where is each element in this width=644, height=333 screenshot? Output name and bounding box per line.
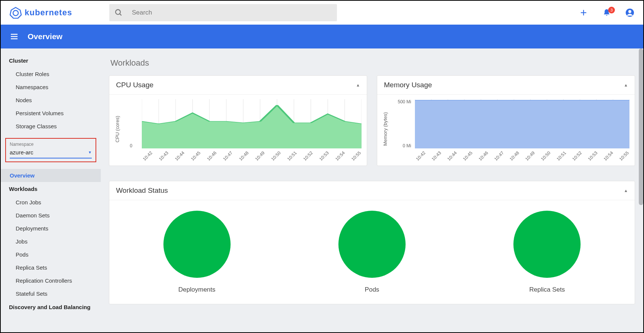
usage-charts-row: CPU Usage ▲ CPU (cores) 0 10:4210:4310:4…: [109, 75, 635, 166]
main-area: Cluster Cluster Roles Namespaces Nodes P…: [1, 48, 643, 332]
cpu-yticks: 0: [130, 99, 132, 148]
sidebar-item-persistent-volumes[interactable]: Persistent Volumes: [1, 107, 101, 120]
status-deployments-donut: [163, 211, 231, 278]
namespace-dropdown-value: azure-arc: [10, 149, 33, 155]
status-deployments-label: Deployments: [178, 286, 215, 293]
status-replica-sets: Replica Sets: [513, 211, 581, 293]
sidebar-item-deployments[interactable]: Deployments: [1, 222, 101, 235]
memory-chart-plot: [415, 99, 629, 148]
status-replica-sets-label: Replica Sets: [529, 286, 565, 293]
sidebar-item-jobs[interactable]: Jobs: [1, 235, 101, 248]
svg-point-2: [116, 10, 121, 15]
status-replica-sets-donut: [513, 211, 581, 278]
svg-point-1: [13, 10, 18, 16]
page-title: Overview: [28, 32, 62, 41]
status-pods-donut: [338, 211, 406, 278]
memory-card-title: Memory Usage: [384, 81, 432, 89]
user-account-button[interactable]: [625, 8, 634, 17]
sidebar-item-namespaces[interactable]: Namespaces: [1, 81, 101, 94]
memory-ylabel: Memory (bytes): [382, 99, 388, 159]
search-input[interactable]: [132, 9, 332, 16]
search-icon: [115, 8, 123, 17]
content-scrollbar[interactable]: [639, 48, 643, 205]
svg-point-7: [628, 10, 631, 13]
sidebar-item-replication-controllers[interactable]: Replication Controllers: [1, 274, 101, 287]
section-title: Workloads: [110, 58, 635, 68]
cpu-card-title: CPU Usage: [116, 81, 153, 89]
sidebar-item-cluster-roles[interactable]: Cluster Roles: [1, 67, 101, 81]
memory-usage-card: Memory Usage ▲ Memory (bytes) 500 Mi 0 M…: [377, 75, 635, 166]
brand-name: kubernetes: [25, 8, 72, 18]
topbar-right: 3: [579, 8, 634, 17]
sidebar-item-stateful-sets[interactable]: Stateful Sets: [1, 287, 101, 300]
menu-toggle-button[interactable]: [10, 32, 19, 41]
sidebar-item-daemon-sets[interactable]: Daemon Sets: [1, 209, 101, 222]
status-card-collapse-icon[interactable]: ▲: [624, 188, 628, 193]
kubernetes-logo-icon: [10, 7, 22, 19]
sidebar-item-replica-sets[interactable]: Replica Sets: [1, 261, 101, 274]
sidebar-header-discovery: Discovery and Load Balancing: [1, 300, 101, 314]
sidebar-item-cron-jobs[interactable]: Cron Jobs: [1, 196, 101, 209]
status-card-title: Workload Status: [116, 186, 168, 195]
namespace-selector: Namespace azure-arc ▼: [5, 138, 96, 162]
sidebar-item-storage-classes[interactable]: Storage Classes: [1, 120, 101, 133]
page-titlebar: Overview: [1, 25, 643, 48]
notifications-button[interactable]: 3: [602, 8, 611, 17]
cpu-card-collapse-icon[interactable]: ▲: [356, 83, 360, 87]
svg-line-3: [120, 14, 122, 16]
topbar: kubernetes 3: [1, 1, 643, 25]
status-pods-label: Pods: [365, 286, 379, 293]
sidebar-item-nodes[interactable]: Nodes: [1, 94, 101, 107]
namespace-selector-label: Namespace: [10, 142, 92, 147]
cpu-ylabel: CPU (cores): [115, 99, 120, 159]
memory-yticks: 500 Mi 0 Mi: [392, 99, 411, 148]
cpu-chart-plot: [142, 99, 362, 148]
memory-card-collapse-icon[interactable]: ▲: [624, 83, 628, 87]
status-deployments: Deployments: [163, 211, 231, 293]
notifications-badge: 3: [608, 7, 615, 13]
dropdown-arrow-icon: ▼: [88, 150, 92, 154]
sidebar-item-overview[interactable]: Overview: [1, 169, 101, 182]
namespace-dropdown[interactable]: azure-arc ▼: [10, 149, 92, 158]
sidebar-header-cluster: Cluster: [1, 54, 101, 67]
sidebar-item-pods[interactable]: Pods: [1, 248, 101, 261]
workload-status-card: Workload Status ▲ Deployments Pods Repli…: [109, 181, 635, 304]
create-button[interactable]: [579, 8, 588, 17]
search-box[interactable]: [109, 4, 337, 21]
cpu-xticks: 10:4210:4310:4410:4510:4610:4710:4810:49…: [142, 154, 362, 160]
sidebar-header-workloads: Workloads: [1, 182, 101, 196]
brand-logo[interactable]: kubernetes: [10, 7, 72, 19]
cpu-usage-card: CPU Usage ▲ CPU (cores) 0 10:4210:4310:4…: [109, 75, 367, 166]
svg-marker-0: [10, 7, 21, 18]
sidebar: Cluster Cluster Roles Namespaces Nodes P…: [1, 48, 101, 332]
status-pods: Pods: [338, 211, 406, 293]
memory-xticks: 10:4210:4310:4410:4510:4610:4710:4810:49…: [415, 154, 629, 160]
content-pane: Workloads CPU Usage ▲ CPU (cores) 0 10:: [101, 48, 643, 332]
